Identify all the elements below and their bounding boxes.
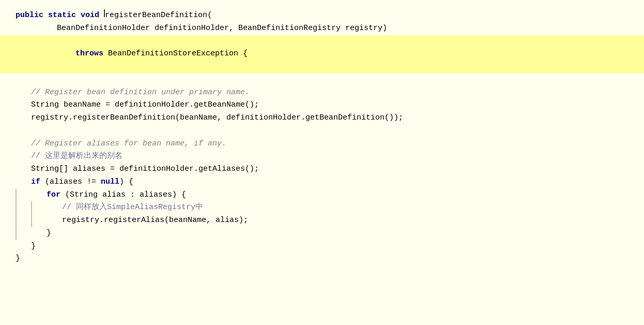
code-line-throws: throws BeanDefinitionStoreException { [0,35,644,73]
comment-cn: // 这里是解析出来的别名 [31,150,122,163]
code-line: // 同样放入SimpleAliasRegistry中 [0,201,644,214]
code-line: // Register aliases for bean name, if an… [0,138,644,151]
code-line: } [0,227,644,240]
code-line-empty [0,125,644,138]
code-line: // 这里是解析出来的别名 [0,150,644,163]
code-line: String[] aliases = definitionHolder.getA… [0,163,644,176]
code-line: } [0,253,644,265]
keyword-for: for [47,189,60,202]
keyword-null: null [101,176,119,189]
comment: // Register bean definition under primar… [31,86,250,99]
keyword-if: if [31,176,40,189]
keyword-void: void [81,9,99,22]
keyword-throws: throws [75,49,103,58]
code-line: } [0,240,644,253]
code-line: registry.registerBeanDefinition(beanName… [0,112,644,125]
code-line: BeanDefinitionHolder definitionHolder, B… [0,22,644,35]
keyword-static: static [48,9,76,22]
method-name: registerBeanDefinition( [105,9,212,22]
code-line: // Register bean definition under primar… [0,86,644,99]
keyword-public: public [16,9,43,22]
code-line: for (String alias : aliases) { [0,189,644,202]
comment-cn: // 同样放入SimpleAliasRegistry中 [62,201,203,214]
code-line: if (aliases != null) { [0,176,644,189]
code-line: registry.registerAlias(beanName, alias); [0,214,644,227]
code-line-empty [0,73,644,86]
code-line: public static void registerBeanDefinitio… [0,9,644,22]
comment: // Register aliases for bean name, if an… [31,138,226,151]
code-line: String beanName = definitionHolder.getBe… [0,99,644,112]
code-editor: public static void registerBeanDefinitio… [0,0,644,325]
